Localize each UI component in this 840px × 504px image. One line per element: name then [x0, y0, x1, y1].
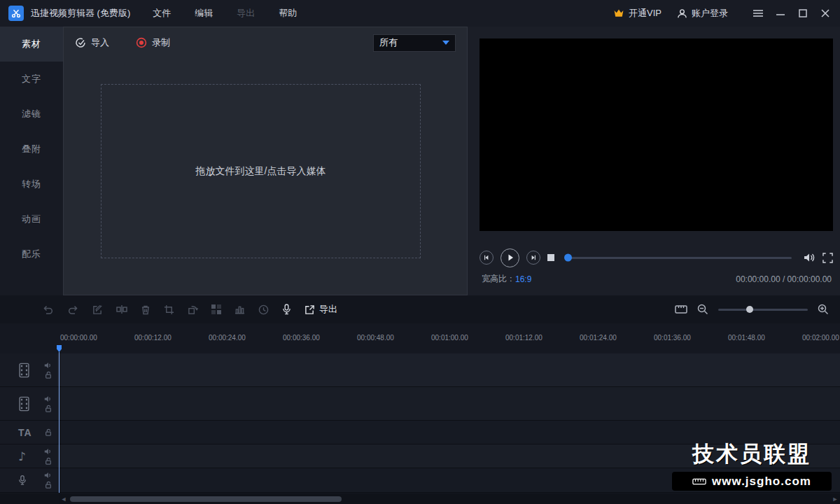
zoom-out-icon[interactable]	[697, 304, 708, 315]
track-header-music: ♪	[0, 444, 57, 468]
account-login-button[interactable]: 账户登录	[677, 7, 728, 20]
minimize-button[interactable]	[776, 8, 785, 18]
import-button[interactable]: 导入	[75, 36, 109, 49]
rotate-icon[interactable]	[188, 304, 198, 315]
menu-file[interactable]: 文件	[153, 7, 171, 20]
scroll-left-arrow[interactable]: ◄	[59, 493, 69, 504]
timeline-zoom-slider[interactable]	[718, 309, 808, 311]
film-strip-icon	[18, 396, 30, 412]
fullscreen-icon[interactable]	[822, 253, 833, 263]
sidebar-item-music[interactable]: 配乐	[0, 237, 63, 272]
mosaic-icon[interactable]	[211, 304, 221, 314]
video-track-lane[interactable]	[57, 354, 840, 387]
export-icon	[304, 304, 315, 315]
volume-icon[interactable]	[803, 252, 816, 263]
seek-handle[interactable]	[564, 254, 572, 262]
sidebar-item-text[interactable]: 文字	[0, 62, 63, 97]
next-frame-button[interactable]	[526, 251, 540, 265]
timeline-toolbar: 导出	[0, 295, 840, 323]
hamburger-menu-icon[interactable]	[753, 8, 763, 18]
timeline-zoom-handle[interactable]	[746, 306, 753, 313]
ruler-label: 00:01:48.00	[728, 334, 765, 342]
sidebar-item-overlay[interactable]: 叠附	[0, 132, 63, 167]
vip-button[interactable]: 开通VIP	[613, 7, 662, 20]
maximize-button[interactable]	[798, 8, 808, 18]
title-bar: 迅捷视频剪辑器 (免费版) 文件 编辑 导出 帮助 开通VIP 账户登录	[0, 0, 840, 27]
horizontal-scrollbar[interactable]: ◄ ►	[59, 493, 840, 504]
export-label: 导出	[319, 303, 337, 316]
media-filter-dropdown[interactable]: 所有	[373, 34, 456, 52]
ruler-label: 00:02:00.00	[802, 334, 839, 342]
ruler-label: 00:01:00.00	[431, 334, 468, 342]
mute-track-icon[interactable]	[44, 448, 52, 455]
aspect-ratio-value[interactable]: 16:9	[515, 274, 531, 284]
menu-edit[interactable]: 编辑	[195, 7, 213, 20]
overlay-track-lane[interactable]	[57, 387, 840, 421]
record-button[interactable]: 录制	[136, 36, 170, 49]
lock-track-icon[interactable]	[45, 457, 52, 465]
split-icon[interactable]	[116, 304, 127, 314]
sidebar-item-animation[interactable]: 动画	[0, 202, 63, 237]
menu-bar: 文件 编辑 导出 帮助	[153, 7, 297, 20]
fit-timeline-icon[interactable]	[675, 304, 687, 314]
lock-track-icon[interactable]	[45, 405, 52, 412]
track-header-voice	[0, 468, 57, 493]
music-note-icon: ♪	[18, 449, 26, 463]
aspect-ratio-label: 宽高比：	[482, 273, 515, 285]
chart-icon[interactable]	[234, 304, 245, 314]
media-dropzone[interactable]: 拖放文件到这里/点击导入媒体	[101, 84, 421, 258]
lock-track-icon[interactable]	[45, 371, 52, 379]
sidebar-item-material[interactable]: 素材	[0, 27, 63, 62]
watermark-url: www.jsgho.com	[712, 475, 811, 489]
chevron-down-icon	[442, 41, 449, 45]
stop-button[interactable]	[547, 254, 554, 261]
ruler-label: 00:01:36.00	[654, 334, 691, 342]
lock-track-icon[interactable]	[45, 428, 52, 436]
app-title: 迅捷视频剪辑器 (免费版)	[31, 7, 130, 20]
watermark-title: 技术员联盟	[672, 440, 832, 469]
preview-panel: 宽高比： 16:9 00:00:00.00 / 00:00:00.00	[468, 27, 840, 295]
ruler-label: 00:01:12.00	[505, 334, 542, 342]
track-header-text: TA	[0, 421, 57, 444]
delete-icon[interactable]	[141, 304, 150, 315]
film-strip-icon	[18, 363, 30, 378]
voiceover-mic-icon[interactable]	[282, 304, 291, 315]
login-label: 账户登录	[692, 7, 728, 20]
app-logo-icon	[8, 6, 24, 21]
scroll-right-arrow[interactable]: ►	[830, 493, 840, 504]
export-button[interactable]: 导出	[304, 303, 337, 316]
menu-help[interactable]: 帮助	[279, 7, 297, 20]
timeline-ruler[interactable]: 00:00:00.00 00:00:12.00 00:00:24.00 00:0…	[0, 323, 840, 354]
import-icon	[75, 37, 86, 48]
ruler-label: 00:00:48.00	[357, 334, 394, 342]
seek-slider[interactable]	[566, 257, 792, 259]
sidebar-item-transition[interactable]: 转场	[0, 167, 63, 202]
watermark: 技术员联盟 www.jsgho.com	[672, 440, 832, 491]
edit-icon[interactable]	[92, 304, 103, 315]
mute-track-icon[interactable]	[44, 396, 52, 402]
mute-track-icon[interactable]	[44, 362, 52, 369]
timecode: 00:00:00.00 / 00:00:00.00	[736, 274, 832, 284]
record-icon	[136, 37, 147, 48]
play-button[interactable]	[500, 248, 519, 267]
ruler-label: 00:00:00.00	[60, 334, 97, 342]
sidebar-item-filter[interactable]: 滤镜	[0, 97, 63, 132]
ruler-ticks	[59, 344, 840, 353]
lock-track-icon[interactable]	[45, 481, 52, 489]
scrollbar-thumb[interactable]	[70, 496, 342, 502]
undo-icon[interactable]	[42, 304, 54, 315]
track-header-video	[0, 354, 57, 387]
duration-icon[interactable]	[258, 304, 269, 315]
crop-icon[interactable]	[164, 304, 174, 315]
close-button[interactable]	[820, 8, 830, 18]
dropzone-text: 拖放文件到这里/点击导入媒体	[196, 165, 326, 178]
media-panel: 导入 录制 所有 拖放文件到这里/点击导入媒体	[63, 27, 468, 295]
previous-frame-button[interactable]	[479, 251, 493, 265]
zoom-in-icon[interactable]	[818, 304, 829, 315]
redo-icon[interactable]	[67, 304, 79, 315]
ruler-label: 00:00:24.00	[209, 334, 246, 342]
media-filter-value: 所有	[379, 36, 398, 49]
mute-track-icon[interactable]	[44, 472, 52, 479]
menu-export[interactable]: 导出	[237, 7, 255, 20]
import-label: 导入	[91, 36, 109, 49]
